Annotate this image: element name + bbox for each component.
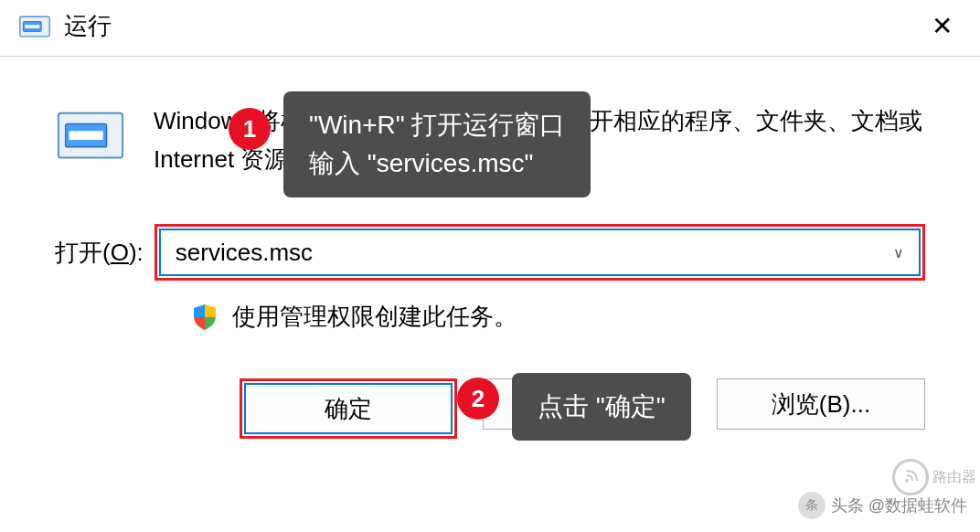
title-bar: 运行 ✕ <box>0 0 980 57</box>
callout-1-line-1: "Win+R" 打开运行窗口 <box>309 106 565 144</box>
watermark-logo-icon: 条 <box>798 492 826 519</box>
open-combobox[interactable]: ∨ <box>159 229 921 276</box>
watermark: 条 头条 @数据蛙软件 <box>798 492 967 519</box>
router-icon <box>892 459 929 495</box>
watermark-corner-text: 路由器 <box>932 468 976 487</box>
svg-point-6 <box>905 479 909 483</box>
callout-1-line-2: 输入 "services.msc" <box>309 144 565 183</box>
input-row: 打开(O): ∨ <box>55 224 925 281</box>
chevron-down-icon[interactable]: ∨ <box>893 244 904 261</box>
browse-button[interactable]: 浏览(B)... <box>717 378 925 430</box>
admin-privilege-text: 使用管理权限创建此任务。 <box>232 301 517 333</box>
input-highlight-frame: ∨ <box>154 224 925 281</box>
run-icon-large <box>55 106 126 166</box>
watermark-corner: 路由器 <box>892 459 976 495</box>
shield-icon <box>192 303 218 331</box>
annotation-badge-2: 2 <box>457 378 499 420</box>
open-label: 打开(O): <box>55 237 144 269</box>
ok-button[interactable]: 确定 <box>244 383 453 434</box>
svg-rect-5 <box>69 131 103 140</box>
ok-button-highlight-frame: 确定 <box>240 378 457 439</box>
browse-button-wrapper: 浏览(B)... <box>717 378 925 439</box>
annotation-badge-1: 1 <box>229 108 271 150</box>
close-button[interactable]: ✕ <box>922 11 962 41</box>
annotation-callout-1: "Win+R" 打开运行窗口 输入 "services.msc" <box>283 91 591 197</box>
run-dialog-icon <box>18 13 51 40</box>
dialog-title: 运行 <box>64 10 112 42</box>
annotation-callout-2: 点击 "确定" <box>512 373 691 441</box>
title-bar-left: 运行 <box>18 10 112 42</box>
svg-rect-2 <box>25 25 39 28</box>
admin-privilege-row: 使用管理权限创建此任务。 <box>192 301 925 333</box>
open-input[interactable] <box>176 239 893 267</box>
watermark-text: 头条 @数据蛙软件 <box>831 495 967 516</box>
